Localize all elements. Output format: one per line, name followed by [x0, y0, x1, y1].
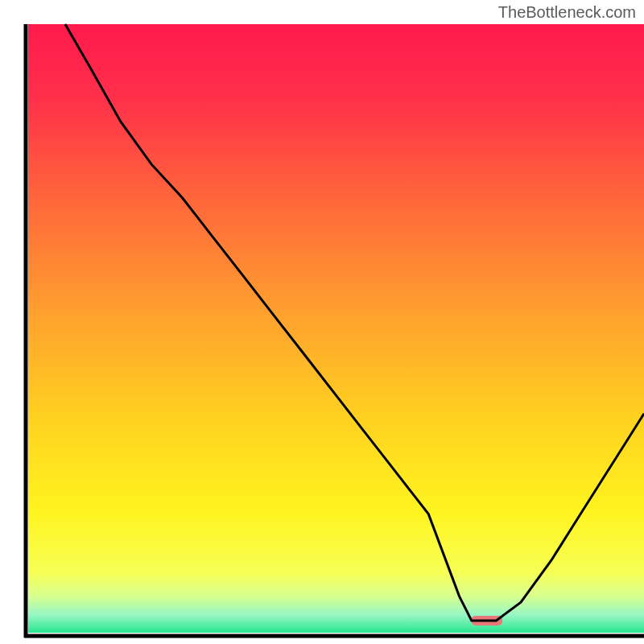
plot-background — [28, 24, 644, 633]
watermark-text: TheBottleneck.com — [498, 3, 636, 22]
bottleneck-chart: { "watermark": "TheBottleneck.com", "cha… — [0, 0, 644, 644]
chart-svg — [0, 0, 644, 644]
